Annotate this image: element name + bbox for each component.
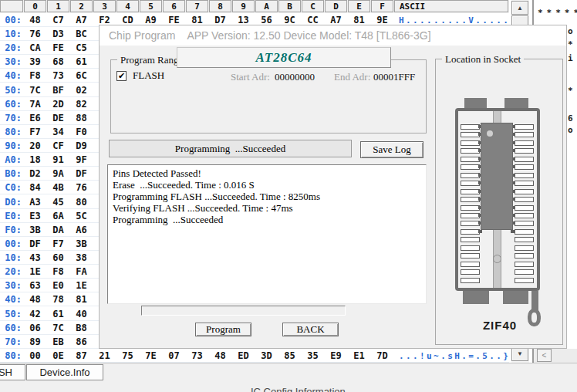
hex-byte-cell[interactable]: CD <box>116 15 139 25</box>
hex-byte-cell[interactable]: 0E <box>47 350 69 361</box>
hex-byte-cell[interactable]: D2 <box>24 168 46 179</box>
hex-byte-cell[interactable]: A9 <box>140 15 162 25</box>
hex-byte-cell[interactable]: A6 <box>70 225 93 235</box>
hex-byte-cell[interactable]: 6C <box>70 70 93 81</box>
hex-byte-cell[interactable]: 1E <box>24 266 46 277</box>
hex-byte-cell[interactable]: 02 <box>70 85 93 96</box>
hex-byte-cell[interactable]: 2D <box>47 99 69 110</box>
hex-byte-cell[interactable]: 87 <box>70 350 93 361</box>
hex-byte-cell[interactable]: C5 <box>70 42 93 53</box>
tab-device-info[interactable]: Device.Info <box>26 364 103 380</box>
hex-byte-cell[interactable]: 84 <box>24 182 46 193</box>
hex-byte-cell[interactable]: 7C <box>47 323 69 333</box>
hex-byte-cell[interactable]: 42 <box>24 309 46 319</box>
hex-byte-cell[interactable]: DF <box>24 238 46 249</box>
hex-byte-cell[interactable]: 86 <box>70 336 93 347</box>
ascii-cell[interactable]: ...!u~.sH.=.5..} <box>394 351 509 361</box>
hex-byte-cell[interactable]: 56 <box>255 15 278 25</box>
hex-byte-cell[interactable]: 81 <box>186 15 208 25</box>
save-log-button[interactable]: Save Log <box>360 141 423 158</box>
hex-byte-cell[interactable]: B8 <box>70 323 93 333</box>
flash-checkbox[interactable]: ✔ <box>116 71 127 81</box>
scroll-up-icon[interactable]: ▲ <box>511 1 528 15</box>
hex-byte-cell[interactable]: D9 <box>70 140 93 151</box>
hex-byte-cell[interactable]: CC <box>302 15 324 25</box>
hex-byte-cell[interactable]: 3B <box>70 238 93 249</box>
hex-byte-cell[interactable]: 76 <box>70 182 93 193</box>
hex-byte-cell[interactable]: 7A <box>24 99 46 110</box>
program-button[interactable]: Program <box>195 323 251 336</box>
hex-byte-cell[interactable]: BC <box>70 29 93 39</box>
hex-byte-cell[interactable]: 61 <box>47 309 69 319</box>
hex-byte-cell[interactable]: 9E <box>371 15 393 25</box>
hex-byte-cell[interactable]: FA <box>70 266 93 277</box>
hex-byte-cell[interactable]: 9F <box>70 154 93 165</box>
hex-byte-cell[interactable]: 7D <box>371 350 393 361</box>
hex-byte-cell[interactable]: FE <box>163 15 185 25</box>
hex-byte-cell[interactable]: 81 <box>70 294 93 305</box>
hex-byte-cell[interactable]: 73 <box>47 70 69 81</box>
hex-byte-cell[interactable]: 6A <box>47 211 69 221</box>
hex-byte-cell[interactable]: F7 <box>24 127 46 137</box>
hex-byte-cell[interactable]: C7 <box>47 15 69 25</box>
hex-byte-cell[interactable]: E3 <box>24 211 46 221</box>
hex-byte-cell[interactable]: 07 <box>163 350 185 361</box>
hex-byte-cell[interactable]: 61 <box>70 56 93 67</box>
hex-byte-cell[interactable]: 76 <box>24 29 46 39</box>
hex-byte-cell[interactable]: F7 <box>47 238 69 249</box>
hex-byte-cell[interactable]: D7 <box>209 15 231 25</box>
hex-byte-cell[interactable]: 45 <box>47 197 69 208</box>
hex-byte-cell[interactable]: E9 <box>325 350 347 361</box>
hex-byte-cell[interactable]: E0 <box>47 280 69 291</box>
hex-byte-cell[interactable]: 9C <box>278 15 301 25</box>
hex-byte-cell[interactable]: 13 <box>232 15 255 25</box>
hex-byte-cell[interactable]: 60 <box>47 252 69 263</box>
hex-byte-cell[interactable]: F8 <box>47 266 69 277</box>
background-horizontal-scrollbar[interactable]: < <box>534 349 577 363</box>
hex-byte-cell[interactable]: 34 <box>47 127 69 137</box>
hex-byte-cell[interactable]: 7C <box>24 85 46 96</box>
hex-byte-cell[interactable]: E1 <box>348 350 370 361</box>
hex-byte-cell[interactable]: A7 <box>70 15 93 25</box>
hex-byte-cell[interactable]: DA <box>47 225 69 235</box>
log-output[interactable]: Pins Detected Passed! Erase ...Succeeded… <box>107 164 427 304</box>
hex-byte-cell[interactable]: F0 <box>70 127 93 137</box>
hex-byte-cell[interactable]: CA <box>24 42 46 53</box>
hex-byte-cell[interactable]: A7 <box>325 15 347 25</box>
hex-byte-cell[interactable]: 5C <box>70 211 93 221</box>
hex-byte-cell[interactable]: A3 <box>24 197 46 208</box>
hex-byte-cell[interactable]: 48 <box>24 15 46 25</box>
hex-byte-cell[interactable]: F2 <box>93 15 116 25</box>
hex-byte-cell[interactable]: 3D <box>255 350 278 361</box>
hex-byte-cell[interactable]: 39 <box>24 56 46 67</box>
hex-byte-cell[interactable]: 81 <box>348 15 370 25</box>
hex-byte-cell[interactable]: 1E <box>70 280 93 291</box>
hex-byte-cell[interactable]: 3B <box>24 225 46 235</box>
hex-byte-cell[interactable]: 00 <box>24 350 46 361</box>
tab-flash[interactable]: FLASH <box>0 364 25 380</box>
hex-byte-cell[interactable]: DE <box>47 113 69 123</box>
hex-byte-cell[interactable]: 85 <box>278 350 301 361</box>
dialog-title-bar[interactable]: Chip Program APP Version: 12.50 Device M… <box>100 25 566 46</box>
hex-byte-cell[interactable]: 91 <box>47 154 69 165</box>
hex-byte-cell[interactable]: 9A <box>47 168 69 179</box>
hex-byte-cell[interactable]: 88 <box>70 113 93 123</box>
hex-byte-cell[interactable]: 89 <box>24 336 46 347</box>
back-button[interactable]: BACK <box>282 323 339 336</box>
hex-byte-cell[interactable]: 7E <box>140 350 162 361</box>
hex-byte-cell[interactable]: F8 <box>24 70 46 81</box>
hex-byte-cell[interactable]: EB <box>47 336 69 347</box>
hex-byte-cell[interactable]: 48 <box>209 350 231 361</box>
hex-byte-cell[interactable]: 68 <box>47 56 69 67</box>
hex-byte-cell[interactable]: 18 <box>24 154 46 165</box>
hex-byte-cell[interactable]: D3 <box>47 29 69 39</box>
hex-byte-cell[interactable]: ED <box>232 350 255 361</box>
hex-byte-cell[interactable]: 35 <box>302 350 324 361</box>
hex-byte-cell[interactable]: 06 <box>24 323 46 333</box>
hex-byte-cell[interactable]: 73 <box>186 350 208 361</box>
hex-byte-cell[interactable]: 78 <box>47 294 69 305</box>
hex-byte-cell[interactable]: 4B <box>47 182 69 193</box>
hex-byte-cell[interactable]: 38 <box>70 252 93 263</box>
hex-byte-cell[interactable]: DF <box>70 168 93 179</box>
scroll-left-icon[interactable]: < <box>537 349 552 362</box>
